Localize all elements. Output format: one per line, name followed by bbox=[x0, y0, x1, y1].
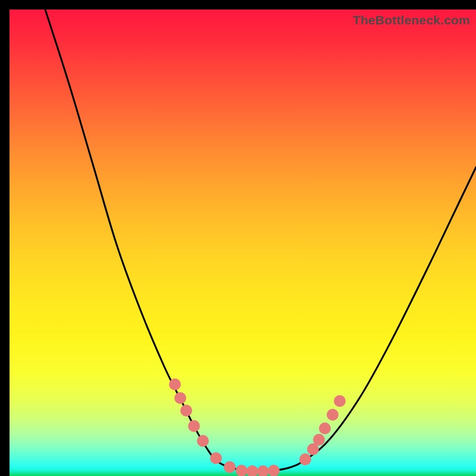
chart-curve bbox=[45, 10, 476, 471]
chart-dot bbox=[197, 435, 209, 447]
chart-dot bbox=[334, 395, 346, 407]
watermark-text: TheBottleneck.com bbox=[353, 13, 470, 27]
chart-dot bbox=[180, 405, 192, 416]
chart-dot bbox=[246, 465, 258, 476]
chart-dot bbox=[313, 434, 325, 446]
chart-plot-area: TheBottleneck.com bbox=[10, 10, 476, 476]
chart-dot bbox=[188, 420, 200, 432]
chart-dot bbox=[210, 452, 222, 464]
chart-dot bbox=[299, 453, 311, 465]
chart-dot bbox=[319, 422, 331, 434]
chart-dot bbox=[327, 409, 339, 421]
chart-dot bbox=[236, 465, 248, 476]
chart-dot bbox=[174, 392, 186, 404]
chart-dot bbox=[224, 461, 236, 473]
chart-svg bbox=[10, 10, 476, 476]
chart-frame: TheBottleneck.com bbox=[0, 0, 476, 476]
chart-dot bbox=[169, 378, 181, 390]
chart-dot bbox=[257, 465, 269, 476]
chart-dot bbox=[268, 465, 280, 476]
